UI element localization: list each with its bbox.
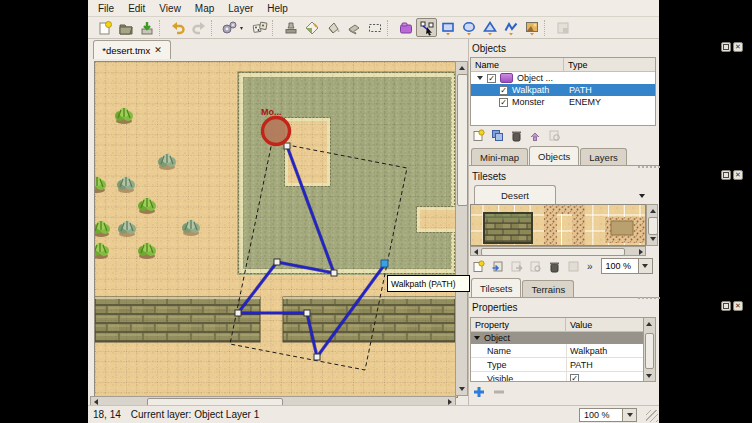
redo-icon[interactable] xyxy=(188,18,209,37)
close-panel-icon[interactable]: ✕ xyxy=(733,170,743,180)
random-mode-icon[interactable] xyxy=(219,18,249,37)
tileset-tabbar: Desert xyxy=(470,185,656,205)
object-layer-row[interactable]: Object ... xyxy=(471,72,655,84)
column-property[interactable]: Property xyxy=(471,318,566,331)
menu-layer[interactable]: Layer xyxy=(228,3,253,14)
dock-handle[interactable] xyxy=(638,297,660,302)
export-tileset-icon[interactable] xyxy=(509,259,523,273)
new-tileset-icon[interactable] xyxy=(471,259,485,273)
duplicate-object-icon[interactable] xyxy=(490,128,504,142)
select-objects-icon[interactable] xyxy=(395,18,416,37)
add-object-icon[interactable] xyxy=(471,128,485,142)
tileset-zoom-combo[interactable]: 100 % xyxy=(601,258,653,274)
property-row-visible[interactable]: Visible xyxy=(471,372,644,382)
object-visible-checkbox[interactable] xyxy=(499,86,508,95)
insert-ellipse-icon[interactable] xyxy=(458,18,479,37)
map-canvas[interactable]: Mo... xyxy=(95,62,455,395)
props-vscrollbar[interactable] xyxy=(643,331,655,381)
insert-polyline-icon[interactable] xyxy=(500,18,521,37)
open-icon[interactable] xyxy=(115,18,136,37)
scroll-down-icon[interactable] xyxy=(459,387,465,391)
scroll-down-icon[interactable] xyxy=(646,374,652,378)
dice-icon[interactable] xyxy=(249,18,270,37)
remove-property-icon[interactable] xyxy=(493,386,505,398)
walkpath-row[interactable]: Walkpath PATH xyxy=(471,84,655,96)
property-group-object[interactable]: Object xyxy=(471,332,644,344)
scroll-down-icon[interactable] xyxy=(650,237,656,241)
tab-minimap[interactable]: Mini-map xyxy=(471,148,528,165)
insert-tile-object-icon[interactable] xyxy=(521,18,542,37)
tileset-properties-icon[interactable] xyxy=(528,259,542,273)
scroll-up-icon[interactable] xyxy=(459,66,465,70)
tilesets-panel-title: Tilesets xyxy=(472,169,506,183)
dock-handle[interactable] xyxy=(638,166,660,171)
props-scroll-up[interactable] xyxy=(643,318,655,331)
column-type[interactable]: Type xyxy=(564,60,588,70)
float-panel-icon[interactable] xyxy=(721,301,731,311)
column-name[interactable]: Name xyxy=(471,58,564,71)
menu-file[interactable]: File xyxy=(98,3,114,14)
undo-icon[interactable] xyxy=(167,18,188,37)
close-panel-icon[interactable]: ✕ xyxy=(733,301,743,311)
close-panel-icon[interactable]: ✕ xyxy=(733,42,743,52)
raise-object-icon[interactable] xyxy=(528,128,542,142)
import-tileset-icon[interactable] xyxy=(490,259,504,273)
highlight-current-layer-icon[interactable] xyxy=(552,18,573,37)
property-row-name[interactable]: Name Walkpath xyxy=(471,344,644,358)
add-property-icon[interactable] xyxy=(473,386,485,398)
expander-icon[interactable] xyxy=(474,336,480,340)
bucket-fill-icon[interactable] xyxy=(322,18,343,37)
layer-visible-checkbox[interactable] xyxy=(487,74,496,83)
stamp-brush-icon[interactable] xyxy=(280,18,301,37)
float-panel-icon[interactable] xyxy=(721,42,731,52)
tileset-menu-icon[interactable] xyxy=(639,194,645,198)
tab-close-icon[interactable]: ✕ xyxy=(154,45,162,55)
goto-object-icon[interactable] xyxy=(547,128,561,142)
visible-checkbox[interactable] xyxy=(570,374,579,382)
canvas-vscrollbar[interactable] xyxy=(455,61,468,396)
edit-terrain-icon[interactable] xyxy=(566,259,580,273)
tileset-vscroll-thumb[interactable] xyxy=(648,217,658,235)
tileset-hscroll-thumb[interactable] xyxy=(481,248,625,256)
insert-polygon-icon[interactable] xyxy=(479,18,500,37)
toolbar-separator xyxy=(544,20,550,36)
tileset-hscrollbar[interactable] xyxy=(470,246,646,256)
toolbar-separator xyxy=(387,20,393,36)
tab-objects[interactable]: Objects xyxy=(529,146,579,165)
menu-view[interactable]: View xyxy=(159,3,181,14)
tab-terrains[interactable]: Terrains xyxy=(522,280,574,297)
property-row-type[interactable]: Type PATH xyxy=(471,358,644,372)
new-icon[interactable] xyxy=(94,18,115,37)
tab-desert-tmx[interactable]: *desert.tmx ✕ xyxy=(93,40,171,59)
insert-rectangle-icon[interactable] xyxy=(437,18,458,37)
resize-grip[interactable] xyxy=(646,410,658,422)
tab-desert-tileset[interactable]: Desert xyxy=(474,185,556,204)
tab-tilesets[interactable]: Tilesets xyxy=(471,278,521,297)
zoom-combo[interactable]: 100 % xyxy=(579,408,637,422)
scroll-up-icon[interactable] xyxy=(650,209,656,213)
terrain-brush-icon[interactable] xyxy=(301,18,322,37)
toolbar-separator xyxy=(159,20,165,36)
tab-layers[interactable]: Layers xyxy=(580,148,627,165)
menu-map[interactable]: Map xyxy=(195,3,214,14)
remove-tileset-icon[interactable] xyxy=(547,259,561,273)
rectangular-select-icon[interactable] xyxy=(364,18,385,37)
column-value[interactable]: Value xyxy=(566,320,643,330)
edit-polygons-icon[interactable] xyxy=(416,18,437,37)
canvas-vscroll-thumb[interactable] xyxy=(457,74,468,206)
scroll-left-icon[interactable] xyxy=(474,249,478,255)
scroll-right-icon[interactable] xyxy=(639,249,643,255)
menu-help[interactable]: Help xyxy=(267,3,288,14)
objects-tree-header: Name Type xyxy=(471,58,655,72)
expander-icon[interactable] xyxy=(477,76,483,80)
tileset-view[interactable] xyxy=(470,204,646,246)
float-panel-icon[interactable] xyxy=(721,170,731,180)
toolbar-overflow-icon[interactable]: » xyxy=(587,261,593,272)
remove-object-icon[interactable] xyxy=(509,128,523,142)
save-icon[interactable] xyxy=(136,18,157,37)
monster-row[interactable]: Monster ENEMY xyxy=(471,96,655,108)
tileset-vscrollbar[interactable] xyxy=(646,204,658,246)
object-visible-checkbox[interactable] xyxy=(499,98,508,107)
eraser-icon[interactable] xyxy=(343,18,364,37)
menu-edit[interactable]: Edit xyxy=(128,3,145,14)
